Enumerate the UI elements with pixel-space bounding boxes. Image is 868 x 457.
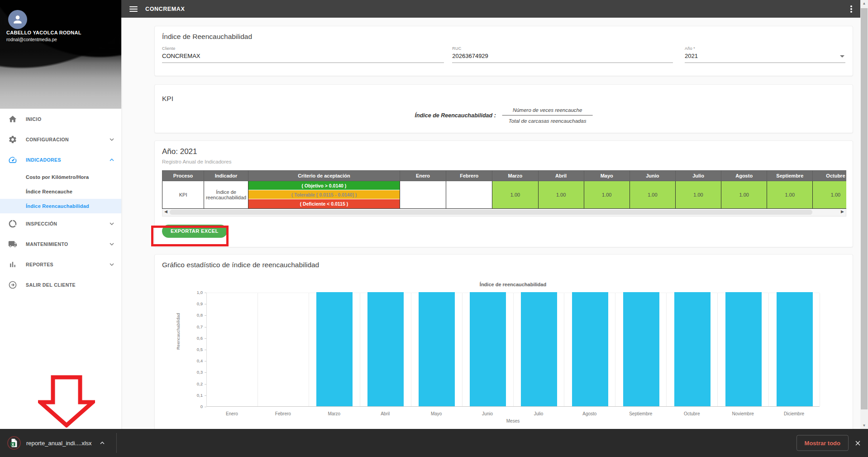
sidebar-subitem-label: Costo por Kilómetro/Hora — [26, 174, 89, 180]
chart-ytick-1-0: 1,0 — [185, 290, 203, 295]
cliente-value[interactable]: CONCREMAX — [162, 53, 444, 63]
table-horizontal-scrollbar[interactable]: ◀ ▶ — [162, 209, 846, 216]
truck-icon — [8, 240, 17, 249]
table-cell-enero — [400, 181, 446, 209]
criteria-band: ( Deficiente < 0.0115 ) — [248, 199, 400, 208]
user-email: rodnal@contentmedia.pe — [6, 37, 57, 42]
table-cell-julio: 1.00 — [675, 181, 721, 209]
hamburger-icon[interactable] — [129, 6, 138, 12]
indicators-table-wrap: ProcesoIndicadorCriterio de aceptaciónEn… — [162, 170, 846, 209]
page-scrollbar[interactable]: ▲ ▼ — [860, 0, 868, 429]
chart-ytick-0-1: 0,1 — [185, 393, 203, 398]
sidebar-item-configuracion[interactable]: CONFIGURACION — [0, 129, 121, 149]
formula-numerator: Número de veces reencauche — [502, 107, 593, 115]
sidebar-nav: INICIOCONFIGURACIONINDICADORESCosto por … — [0, 109, 121, 295]
chart-bar-septiembre — [623, 292, 659, 406]
chart-ytick-mark — [205, 304, 206, 304]
sidebar-item-indice-reencauche[interactable]: Índice Reencauche — [0, 184, 121, 199]
sidebar-item-indicadores[interactable]: INDICADORES — [0, 149, 121, 170]
chart-gridline — [768, 293, 769, 406]
chevron-up-icon[interactable] — [98, 439, 106, 447]
scroll-left-icon[interactable]: ◀ — [164, 209, 167, 214]
chart-gridline — [258, 293, 258, 406]
scroll-right-icon[interactable]: ▶ — [841, 209, 844, 214]
anio-label: Año * — [685, 46, 845, 51]
chart-ytick-mark — [205, 407, 206, 407]
sidebar-item-salir-del-cliente[interactable]: SALIR DEL CLIENTE — [0, 274, 121, 295]
downloads-divider — [116, 433, 117, 453]
form-card-title: Índice de Reencauchabilidad — [162, 33, 845, 41]
sidebar-item-label: REPORTES — [26, 262, 53, 267]
kebab-menu-icon[interactable] — [850, 5, 852, 14]
table-cell-proceso: KPI — [162, 181, 204, 209]
show-all-button[interactable]: Mostrar todo — [796, 435, 849, 451]
chart-ytick-0-7: 0,7 — [185, 324, 203, 329]
topbar-title: CONCREMAX — [145, 6, 185, 12]
chart-y-axis-label: Reencauchabilidad — [176, 313, 181, 350]
downloads-bar: reporte_anual_indi....xlsx Mostrar todo — [0, 429, 868, 457]
anio-field[interactable]: Año * 2021 — [685, 46, 845, 63]
cliente-field[interactable]: Cliente CONCREMAX — [162, 46, 444, 63]
bar-chart: Índice de reencauchabilidad Reencauchabi… — [155, 255, 854, 433]
form-fields: Cliente CONCREMAX RUC 20263674929 Año * … — [162, 46, 845, 63]
bar-chart-icon — [8, 260, 17, 269]
dropdown-caret-icon[interactable] — [840, 55, 844, 58]
ruc-label: RUC — [452, 46, 673, 51]
scroll-up-icon[interactable]: ▲ — [860, 1, 868, 5]
table-header-febrero: Febrero — [446, 171, 492, 181]
chart-ytick-0: 0 — [185, 404, 203, 409]
sidebar-item-indice-reencauchabilidad[interactable]: Índice Reencauchabilidad — [0, 199, 121, 213]
cliente-label: Cliente — [162, 46, 444, 51]
download-filename[interactable]: reporte_anual_indi....xlsx — [26, 440, 92, 447]
sidebar-item-costo-por-kilometro-hora[interactable]: Costo por Kilómetro/Hora — [0, 170, 121, 184]
export-excel-button[interactable]: EXPORTAR EXCEL — [162, 225, 227, 238]
form-card: Índice de Reencauchabilidad Cliente CONC… — [154, 26, 853, 76]
formula-lhs: Índice de Reencauchabilidad : — [415, 112, 496, 119]
table-header-agosto: Agosto — [721, 171, 767, 181]
gauge-icon — [8, 155, 17, 164]
table-header-proceso: Proceso — [162, 171, 204, 181]
chart-bar-octubre — [674, 292, 711, 406]
criteria-band: ( Objetivo > 0.0140 ) — [248, 181, 400, 190]
chart-gridline — [462, 293, 463, 406]
chart-bar-diciembre — [777, 292, 813, 406]
chart-x-axis-label: Meses — [206, 419, 820, 423]
sidebar-item-label: INICIO — [26, 116, 42, 122]
sidebar-item-inspeccion[interactable]: INSPECCIÓN — [0, 213, 121, 234]
page-scrollbar-thumb[interactable] — [861, 8, 868, 409]
ruc-value[interactable]: 20263674929 — [452, 53, 673, 63]
person-icon — [12, 14, 24, 25]
user-name: CABELLO YACOLCA RODNAL — [6, 30, 81, 35]
chart-ytick-0-2: 0,2 — [185, 381, 203, 386]
downloaded-file-chip[interactable]: reporte_anual_indi....xlsx — [7, 436, 106, 450]
table-header-junio: Junio — [630, 171, 675, 181]
chart-ytick-mark — [205, 338, 206, 339]
kpi-formula: Índice de Reencauchabilidad : Número de … — [415, 107, 593, 124]
sidebar-item-reportes[interactable]: REPORTES — [0, 254, 121, 274]
chevron-down-icon — [108, 220, 116, 228]
indicators-card: Año: 2021 Registro Anual de Indicadores … — [154, 140, 853, 247]
chart-xlabel-enero: Enero — [206, 411, 258, 416]
table-cell-marzo: 1.00 — [492, 181, 538, 209]
sidebar: CABELLO YACOLCA RODNAL rodnal@contentmed… — [0, 0, 121, 457]
scrollbar-thumb[interactable] — [170, 210, 812, 215]
chevron-down-icon — [108, 260, 116, 269]
sidebar-item-mantenimiento[interactable]: MANTENIMIENTO — [0, 234, 121, 254]
table-header-abril: Abril — [538, 171, 584, 181]
table-cell-criterio: ( Objetivo > 0.0140 )( Tolerable [ 0.011… — [248, 181, 400, 209]
close-icon[interactable] — [853, 438, 863, 448]
chart-gridline — [564, 293, 564, 406]
table-header-octubre: Octubre — [813, 171, 846, 181]
exit-icon — [8, 280, 17, 289]
chart-ytick-mark — [205, 372, 206, 373]
chart-xlabel-diciembre: Diciembre — [768, 411, 820, 416]
scroll-down-icon[interactable]: ▼ — [860, 423, 868, 428]
chart-gridline — [411, 293, 411, 406]
chart-ytick-mark — [205, 395, 206, 396]
anio-value[interactable]: 2021 — [685, 53, 845, 63]
chart-gridline — [820, 293, 820, 406]
ruc-field[interactable]: RUC 20263674929 — [452, 46, 673, 63]
chart-xlabel-febrero: Febrero — [258, 411, 309, 416]
chart-xlabel-octubre: Octubre — [666, 411, 717, 416]
sidebar-item-inicio[interactable]: INICIO — [0, 109, 121, 129]
